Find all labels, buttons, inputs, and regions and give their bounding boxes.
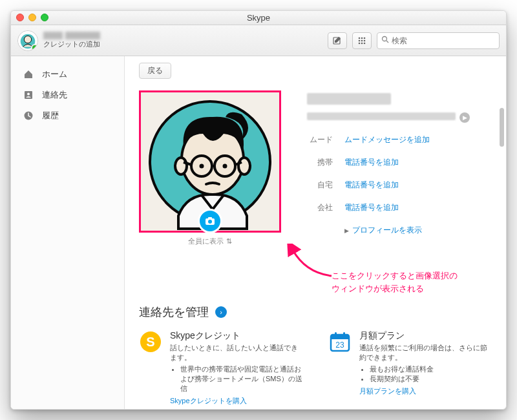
svg-text:S: S bbox=[146, 335, 154, 349]
camera-icon bbox=[204, 215, 216, 227]
minimize-window-button[interactable] bbox=[28, 14, 36, 21]
credit-desc: 話したいときに、話したい人と通話できます。 bbox=[170, 343, 302, 362]
svg-point-5 bbox=[361, 37, 363, 39]
add-credit-link[interactable]: クレジットの追加 bbox=[43, 39, 100, 49]
history-icon bbox=[23, 110, 34, 121]
work-field: 会社 電話番号を追加 bbox=[307, 202, 492, 213]
display-name-redacted bbox=[307, 93, 391, 105]
back-button[interactable]: 戻る bbox=[139, 63, 171, 79]
svg-point-26 bbox=[200, 164, 204, 169]
buy-plan-link[interactable]: 月額プランを購入 bbox=[359, 386, 416, 396]
toolbar: クレジットの追加 bbox=[11, 25, 506, 56]
svg-point-11 bbox=[361, 42, 363, 44]
window-title: Skype bbox=[247, 13, 270, 23]
disclosure-triangle-icon: ▶ bbox=[344, 227, 349, 234]
plan-desc: 通話を頻繁にご利用の場合は、さらに節約できます。 bbox=[359, 343, 492, 362]
mood-label: ムード bbox=[307, 134, 333, 145]
mood-field: ムード ムードメッセージを追加 bbox=[307, 134, 492, 145]
plan-bullet: 長期契約は不要 bbox=[370, 374, 492, 384]
svg-rect-38 bbox=[343, 332, 345, 337]
current-user-avatar bbox=[17, 30, 38, 51]
contacts-icon bbox=[23, 89, 34, 101]
profile-details: ▶ ムード ムードメッセージを追加 携帯 電話番号を追加 自宅 電話番号を追加 bbox=[307, 90, 492, 246]
sidebar-item-contacts[interactable]: 連絡先 bbox=[11, 85, 124, 105]
svg-point-13 bbox=[383, 37, 387, 41]
monthly-plan-card: 23 月額プラン 通話を頻繁にご利用の場合は、さらに節約できます。 最もお得な通… bbox=[328, 330, 492, 406]
titlebar: Skype bbox=[11, 11, 506, 25]
change-photo-button[interactable] bbox=[198, 209, 222, 233]
sidebar-item-label: ホーム bbox=[42, 68, 67, 80]
svg-point-32 bbox=[208, 220, 212, 224]
close-window-button[interactable] bbox=[16, 14, 24, 21]
home-icon bbox=[23, 68, 34, 80]
vertical-scrollbar[interactable] bbox=[500, 108, 504, 147]
manage-heading-text: 連絡先を管理 bbox=[139, 304, 209, 320]
sidebar-item-label: 連絡先 bbox=[42, 89, 67, 101]
current-user[interactable]: クレジットの追加 bbox=[17, 30, 100, 51]
compose-icon bbox=[333, 36, 342, 45]
sidebar: ホーム 連絡先 履歴 bbox=[11, 56, 125, 409]
current-user-name-redacted bbox=[43, 32, 100, 39]
avatar-visibility-selector[interactable]: 全員に表示 ⇅ bbox=[139, 236, 281, 246]
work-add-link[interactable]: 電話番号を追加 bbox=[344, 202, 399, 213]
svg-point-4 bbox=[359, 37, 361, 39]
search-input[interactable] bbox=[392, 36, 495, 45]
buy-credit-link[interactable]: Skypeクレジットを購入 bbox=[170, 396, 247, 406]
manage-heading: 連絡先を管理 › bbox=[139, 304, 492, 320]
content-area: 戻る bbox=[125, 56, 506, 409]
dialpad-button[interactable] bbox=[352, 32, 372, 49]
profile-avatar-box[interactable] bbox=[139, 90, 281, 233]
annotation-arrow-icon bbox=[286, 244, 338, 282]
work-label: 会社 bbox=[307, 202, 333, 213]
skype-id-redacted bbox=[307, 112, 456, 120]
svg-point-16 bbox=[27, 93, 30, 96]
sidebar-item-label: 履歴 bbox=[42, 110, 59, 121]
mobile-add-link[interactable]: 電話番号を追加 bbox=[344, 157, 399, 168]
svg-point-8 bbox=[361, 39, 363, 41]
show-profile-label: プロフィールを表示 bbox=[352, 226, 422, 235]
svg-text:23: 23 bbox=[335, 341, 344, 350]
credit-icon: S bbox=[139, 330, 162, 353]
dialpad-icon bbox=[357, 36, 366, 45]
app-window: Skype クレジットの追加 bbox=[10, 10, 507, 410]
annotation-line2: ウィンドウが表示される bbox=[332, 282, 458, 295]
calendar-icon: 23 bbox=[328, 330, 352, 353]
home-add-link[interactable]: 電話番号を追加 bbox=[344, 180, 399, 191]
sidebar-item-history[interactable]: 履歴 bbox=[11, 105, 124, 126]
home-label: 自宅 bbox=[307, 180, 333, 191]
svg-point-19 bbox=[175, 158, 187, 174]
window-controls bbox=[16, 14, 48, 21]
show-profile-toggle[interactable]: ▶プロフィールを表示 bbox=[344, 225, 492, 236]
svg-point-20 bbox=[238, 158, 250, 174]
mobile-field: 携帯 電話番号を追加 bbox=[307, 157, 492, 168]
manage-more-button[interactable]: › bbox=[215, 306, 227, 318]
svg-point-27 bbox=[223, 164, 227, 169]
mood-add-link[interactable]: ムードメッセージを追加 bbox=[344, 134, 430, 145]
body: ホーム 連絡先 履歴 戻る bbox=[11, 56, 506, 409]
manage-contacts-section: 連絡先を管理 › S Skypeクレジット 話したいときに、話したい人と通話でき… bbox=[139, 304, 492, 406]
play-name-button[interactable]: ▶ bbox=[459, 112, 470, 123]
svg-point-6 bbox=[364, 37, 366, 39]
search-field[interactable] bbox=[377, 32, 500, 49]
search-icon bbox=[381, 36, 389, 45]
svg-point-7 bbox=[359, 39, 361, 41]
sidebar-item-home[interactable]: ホーム bbox=[11, 64, 124, 85]
svg-point-2 bbox=[24, 36, 31, 43]
mobile-label: 携帯 bbox=[307, 157, 333, 168]
annotation-callout: ここをクリックすると画像選択の ウィンドウが表示される bbox=[332, 269, 458, 295]
compose-button[interactable] bbox=[328, 32, 347, 49]
status-online-icon bbox=[31, 44, 38, 51]
plan-bullet: 最もお得な通話料金 bbox=[370, 364, 492, 374]
credit-bullet: 世界中の携帯電話や固定電話と通話および携帯ショートメール（SMS）の送信 bbox=[180, 364, 302, 394]
svg-point-9 bbox=[364, 39, 366, 41]
credit-title: Skypeクレジット bbox=[170, 330, 302, 342]
plan-title: 月額プラン bbox=[359, 330, 492, 342]
home-field: 自宅 電話番号を追加 bbox=[307, 180, 492, 191]
avatar-illustration bbox=[149, 100, 271, 223]
skype-credit-card: S Skypeクレジット 話したいときに、話したい人と通話できます。 世界中の携… bbox=[139, 330, 302, 406]
zoom-window-button[interactable] bbox=[41, 14, 48, 21]
svg-rect-37 bbox=[335, 332, 337, 337]
svg-point-12 bbox=[364, 42, 366, 44]
annotation-line1: ここをクリックすると画像選択の bbox=[332, 269, 458, 282]
svg-point-10 bbox=[359, 42, 361, 44]
